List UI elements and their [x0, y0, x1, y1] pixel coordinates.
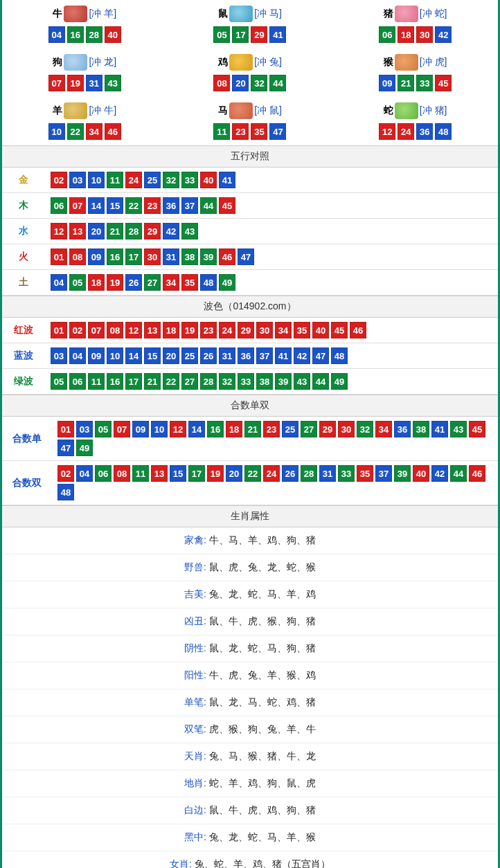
zodiac-numbers: 12243648: [332, 123, 498, 140]
number-ball: 34: [86, 123, 102, 140]
number-ball: 16: [107, 248, 123, 265]
number-ball: 41: [431, 421, 448, 437]
number-ball: 31: [163, 248, 179, 265]
number-ball: 45: [219, 197, 235, 214]
number-ball: 34: [275, 322, 292, 338]
number-ball: 06: [69, 373, 86, 390]
row-label: 合数双: [2, 461, 52, 505]
zodiac-chong: [冲 羊]: [89, 8, 116, 20]
number-ball: 11: [132, 465, 149, 482]
number-ball: 33: [238, 373, 254, 390]
number-ball: 46: [469, 465, 485, 482]
number-ball: 44: [450, 465, 467, 482]
zodiac-chong: [冲 蛇]: [420, 8, 447, 20]
zodiac-grid: 牛[冲 羊]04162840鼠[冲 马]05172941猪[冲 蛇]061830…: [2, 0, 498, 145]
number-ball: 39: [200, 248, 217, 265]
attribute-value: 鼠、牛、虎、鸡、狗、猪: [209, 804, 316, 815]
number-ball: 43: [181, 223, 198, 239]
number-ball: 01: [51, 322, 67, 338]
number-ball: 04: [48, 26, 65, 43]
number-ball: 46: [105, 123, 121, 140]
number-ball: 12: [51, 223, 67, 239]
zodiac-icon: [395, 6, 418, 22]
attribute-value: 牛、马、羊、鸡、狗、猪: [209, 534, 316, 545]
table-row: 合数单0103050709101214161821232527293032343…: [2, 417, 498, 461]
number-ball: 47: [238, 248, 254, 265]
number-ball: 28: [301, 465, 317, 482]
zodiac-char: 猪: [384, 8, 393, 20]
number-ball: 36: [163, 197, 179, 214]
number-ball: 34: [375, 421, 392, 437]
heshu-title: 合数单双: [2, 395, 498, 417]
number-ball: 10: [48, 123, 65, 140]
zodiac-cell: 羊[冲 牛]10223446: [2, 97, 168, 145]
number-ball: 25: [144, 172, 161, 188]
number-ball: 33: [181, 172, 198, 188]
number-ball: 23: [232, 123, 249, 140]
number-ball: 06: [379, 26, 395, 43]
row-numbers: 1213202128294243: [45, 219, 498, 244]
number-ball: 10: [88, 172, 105, 188]
number-ball: 48: [331, 347, 348, 364]
number-ball: 03: [76, 421, 93, 437]
zodiac-cell: 牛[冲 羊]04162840: [2, 0, 168, 48]
number-ball: 32: [163, 172, 179, 188]
attribute-row: 白边: 鼠、牛、虎、鸡、狗、猪: [2, 797, 498, 824]
number-ball: 20: [88, 223, 105, 239]
number-ball: 09: [132, 421, 149, 437]
zodiac-icon: [229, 6, 253, 22]
row-numbers: 0102070812131819232429303435404546: [45, 318, 498, 343]
number-ball: 15: [107, 197, 123, 214]
zodiac-chong: [冲 龙]: [89, 56, 116, 69]
number-ball: 39: [394, 465, 411, 482]
number-ball: 31: [219, 347, 235, 364]
number-ball: 02: [69, 322, 86, 338]
number-ball: 10: [151, 421, 168, 437]
number-ball: 02: [57, 465, 74, 482]
number-ball: 27: [301, 421, 317, 437]
number-ball: 07: [114, 421, 130, 437]
number-ball: 44: [269, 75, 286, 91]
number-ball: 49: [76, 440, 93, 456]
row-label: 蓝波: [2, 343, 45, 369]
row-numbers: 0204060811131517192022242628313335373940…: [52, 461, 498, 505]
number-ball: 40: [413, 465, 429, 482]
number-ball: 30: [338, 421, 355, 437]
number-ball: 34: [163, 274, 179, 291]
number-ball: 26: [200, 347, 217, 364]
number-ball: 36: [394, 421, 411, 437]
attribute-row: 吉美: 兔、龙、蛇、马、羊、鸡: [2, 581, 498, 608]
number-ball: 40: [200, 172, 217, 188]
number-ball: 26: [125, 274, 142, 291]
number-ball: 36: [238, 347, 254, 364]
zodiac-chong: [冲 鼠]: [254, 105, 282, 117]
wuxing-table: 金02031011242532334041木060714152223363744…: [2, 168, 498, 296]
number-ball: 07: [69, 197, 86, 214]
row-label: 木: [2, 193, 45, 219]
attribute-label: 女肖:: [170, 858, 195, 868]
number-ball: 16: [67, 26, 84, 43]
bose-title: 波色（014902.com）: [2, 296, 498, 318]
attribute-label: 凶丑:: [184, 615, 209, 626]
attribute-label: 单笔:: [184, 696, 209, 707]
number-ball: 09: [88, 347, 105, 364]
number-ball: 04: [69, 347, 86, 364]
zodiac-char: 牛: [53, 8, 62, 20]
page-container: 牛[冲 羊]04162840鼠[冲 马]05172941猪[冲 蛇]061830…: [0, 0, 500, 868]
number-ball: 42: [163, 223, 179, 239]
attribute-label: 阴性:: [184, 642, 209, 653]
zodiac-icon: [229, 54, 253, 71]
zodiac-numbers: 09213345: [332, 75, 498, 91]
number-ball: 35: [251, 123, 267, 140]
number-ball: 11: [107, 172, 123, 188]
number-ball: 32: [219, 373, 235, 390]
number-ball: 18: [226, 421, 242, 437]
number-ball: 30: [144, 248, 161, 265]
zodiac-chong: [冲 兔]: [254, 56, 282, 69]
number-ball: 32: [357, 421, 373, 437]
number-ball: 05: [213, 26, 230, 43]
number-ball: 29: [251, 26, 267, 43]
number-ball: 21: [244, 421, 261, 437]
number-ball: 23: [200, 322, 217, 338]
number-ball: 33: [416, 75, 433, 91]
